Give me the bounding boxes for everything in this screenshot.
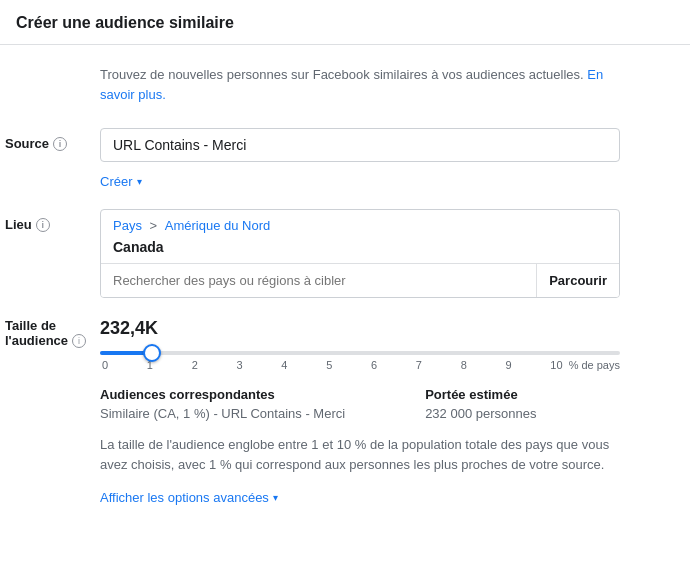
audience-count: 232,4K <box>100 318 674 339</box>
source-field-content: Créer ▾ <box>100 128 674 189</box>
taille-info-icon[interactable]: i <box>72 334 86 348</box>
slider-label-7: 7 <box>416 359 422 371</box>
taille-content: 232,4K 0 1 2 3 4 5 6 <box>100 318 674 505</box>
pct-label: % de pays <box>569 359 620 371</box>
advanced-options-link[interactable]: Afficher les options avancées ▾ <box>100 490 278 505</box>
create-link[interactable]: Créer ▾ <box>100 174 142 189</box>
slider-label-0: 0 <box>102 359 108 371</box>
taille-label-text-line1: Taille de <box>5 318 100 333</box>
page-header: Créer une audience similaire <box>0 0 690 45</box>
slider-label-9: 9 <box>505 359 511 371</box>
audiences-value: Similaire (CA, 1 %) - URL Contains - Mer… <box>100 406 345 421</box>
slider-label-8: 8 <box>461 359 467 371</box>
lieu-box: Pays > Amérique du Nord Canada Parcourir <box>100 209 620 298</box>
lieu-field-content: Pays > Amérique du Nord Canada Parcourir <box>100 209 674 298</box>
source-label: Source i <box>5 128 100 151</box>
breadcrumb-pays-link[interactable]: Pays <box>113 218 146 233</box>
lieu-row: Lieu i Pays > Amérique du Nord Canada Pa… <box>100 209 674 298</box>
portee-title: Portée estimée <box>425 387 536 402</box>
source-row: Source i Créer ▾ <box>100 128 674 189</box>
slider-label-10: 10 <box>550 359 562 371</box>
slider-labels-row: 0 1 2 3 4 5 6 7 8 9 10 % de pays <box>100 359 620 371</box>
lieu-breadcrumb: Pays > Amérique du Nord <box>101 210 619 237</box>
description-text: La taille de l'audience englobe entre 1 … <box>100 435 620 474</box>
portee-estimee-block: Portée estimée 232 000 personnes <box>425 387 536 421</box>
audiences-correspondantes-block: Audiences correspondantes Similaire (CA,… <box>100 387 345 421</box>
portee-value: 232 000 personnes <box>425 406 536 421</box>
slider-track <box>100 351 620 355</box>
audiences-title: Audiences correspondantes <box>100 387 345 402</box>
source-info-icon[interactable]: i <box>53 137 67 151</box>
lieu-search-input[interactable] <box>101 264 536 297</box>
slider-container: 0 1 2 3 4 5 6 7 8 9 10 % de pays <box>100 351 620 371</box>
slider-labels: 0 1 2 3 4 5 6 7 8 9 10 <box>100 359 565 371</box>
intro-text: Trouvez de nouvelles personnes sur Faceb… <box>100 65 620 104</box>
parcourir-button[interactable]: Parcourir <box>536 264 619 297</box>
page-title: Créer une audience similaire <box>16 14 234 31</box>
breadcrumb-separator: > <box>150 218 161 233</box>
slider-label-2: 2 <box>192 359 198 371</box>
source-input[interactable] <box>100 128 620 162</box>
page-content: Trouvez de nouvelles personnes sur Faceb… <box>0 45 690 541</box>
slider-label-6: 6 <box>371 359 377 371</box>
taille-row: Taille de l'audience i 232,4K 0 1 <box>100 318 674 505</box>
lieu-search-row: Parcourir <box>101 263 619 297</box>
lieu-info-icon[interactable]: i <box>36 218 50 232</box>
advanced-dropdown-arrow: ▾ <box>273 492 278 503</box>
slider-label-4: 4 <box>281 359 287 371</box>
create-dropdown-arrow: ▾ <box>137 176 142 187</box>
lieu-selected-country: Canada <box>101 237 619 263</box>
slider-label-5: 5 <box>326 359 332 371</box>
slider-label-3: 3 <box>236 359 242 371</box>
taille-label-text-line2: l'audience <box>5 333 68 348</box>
lieu-label: Lieu i <box>5 209 100 232</box>
breadcrumb-amerique-link[interactable]: Amérique du Nord <box>165 218 271 233</box>
stats-row: Audiences correspondantes Similaire (CA,… <box>100 387 620 421</box>
slider-thumb[interactable] <box>143 344 161 362</box>
taille-label: Taille de l'audience i <box>5 318 100 348</box>
